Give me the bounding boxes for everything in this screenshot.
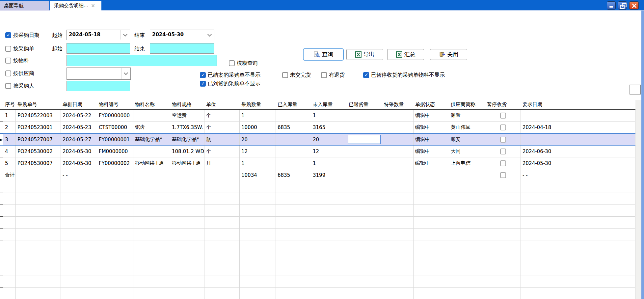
cell-seq[interactable]: 4	[3, 146, 16, 157]
po-end-input[interactable]	[150, 43, 214, 54]
chevron-down-icon[interactable]	[121, 30, 129, 40]
cell-special-qty[interactable]	[382, 146, 414, 157]
col-header-ret-qty[interactable]: 已退货量	[347, 100, 382, 109]
cell-status[interactable]: 编辑中	[414, 157, 449, 169]
cell-editor[interactable]	[348, 135, 381, 144]
hold-checkbox[interactable]	[500, 137, 506, 143]
cell-po[interactable]: PO240522003	[16, 110, 61, 122]
cell-unit[interactable]: 个	[204, 110, 240, 122]
cell-in-qty[interactable]	[276, 110, 311, 122]
col-header-item-name[interactable]: 物料名称	[133, 100, 170, 109]
cell-seq[interactable]: 2	[3, 122, 16, 133]
cell-spec[interactable]: 1.7TX6.35W.	[170, 122, 204, 133]
tab-purchase-delivery-detail[interactable]: 采购交货明细... ×	[50, 1, 101, 11]
restore-button[interactable]	[618, 1, 627, 10]
col-header-po[interactable]: 采购单号	[16, 100, 61, 109]
cell-in-qty[interactable]: 6835	[276, 122, 311, 133]
col-header-out-qty[interactable]: 未入库量	[311, 100, 347, 109]
cell-po[interactable]: PO240527007	[16, 134, 61, 145]
cell-supplier[interactable]: 黄山伟旦	[449, 122, 485, 133]
hide-hold-items-checkbox[interactable]	[363, 72, 369, 78]
by-material-checkbox[interactable]	[5, 58, 11, 64]
cell-due[interactable]: 2024-04-18	[521, 122, 557, 133]
cell-special-qty[interactable]	[382, 110, 414, 122]
col-header-special-qty[interactable]: 特采数量	[382, 100, 414, 109]
cell-ret-qty[interactable]	[347, 110, 382, 122]
undelivered-checkbox[interactable]	[282, 72, 288, 78]
cell-supplier[interactable]: 顺安	[449, 134, 485, 145]
by-purchase-order-checkbox[interactable]	[5, 46, 11, 52]
cell-item-no[interactable]: CTST00000	[97, 122, 133, 133]
cell-doc-date[interactable]: 2024-05-23	[61, 122, 97, 133]
hold-checkbox[interactable]	[500, 113, 506, 119]
cell-out-qty[interactable]: 20	[311, 134, 347, 145]
cell-po[interactable]: PO240530002	[16, 146, 61, 157]
query-button[interactable]: 查询	[303, 48, 344, 61]
cell-seq[interactable]: 3	[3, 134, 16, 145]
cell-out-qty[interactable]: 1	[311, 157, 347, 169]
col-header-seq[interactable]: 序号	[3, 100, 16, 109]
cell-unit[interactable]: 个	[204, 122, 240, 133]
by-purchase-date-checkbox[interactable]	[5, 32, 11, 38]
close-window-button[interactable]	[629, 1, 639, 10]
cell-supplier[interactable]: 渊置	[449, 110, 485, 122]
cell-status[interactable]: 编辑中	[414, 146, 449, 157]
by-buyer-checkbox[interactable]	[5, 83, 11, 89]
cell-special-qty[interactable]	[382, 134, 414, 145]
buyer-input[interactable]	[67, 81, 130, 91]
export-button[interactable]: 导出	[346, 49, 383, 60]
col-header-unit[interactable]: 单位	[204, 100, 240, 109]
cell-doc-date[interactable]: 2024-05-30	[61, 146, 97, 157]
cell-item-name[interactable]: 基础化学品*	[133, 134, 170, 145]
cell-qty[interactable]: 20	[240, 134, 276, 145]
by-supplier-checkbox[interactable]	[5, 70, 11, 76]
cell-ret-qty-editing[interactable]	[347, 134, 382, 145]
cell-item-name[interactable]: 锯齿	[133, 122, 170, 133]
cell-item-name[interactable]	[133, 146, 170, 157]
cell-out-qty[interactable]: 12	[311, 146, 347, 157]
col-header-in-qty[interactable]: 已入库量	[276, 100, 311, 109]
hold-checkbox[interactable]	[500, 149, 506, 154]
cell-out-qty[interactable]: 1	[311, 110, 347, 122]
cell-due[interactable]	[521, 110, 557, 122]
cell-unit[interactable]: 个	[204, 146, 240, 157]
material-input[interactable]	[67, 55, 217, 66]
col-header-supplier[interactable]: 供应商简称	[449, 100, 485, 109]
cell-item-no[interactable]: FY00000002	[97, 157, 133, 169]
cell-ret-qty[interactable]	[347, 157, 382, 169]
cell-item-no[interactable]: FY00000000	[97, 110, 133, 122]
cell-po[interactable]: PO240530007	[16, 157, 61, 169]
cell-special-qty[interactable]	[382, 122, 414, 133]
cell-due[interactable]: 2024-05-30	[521, 157, 557, 169]
col-header-item-no[interactable]: 物料编号	[97, 100, 133, 109]
cell-in-qty[interactable]	[276, 134, 311, 145]
cell-in-qty[interactable]	[276, 146, 311, 157]
col-header-status[interactable]: 单据状态	[414, 100, 449, 109]
cell-seq[interactable]: 5	[3, 157, 16, 169]
tab-desktop-nav[interactable]: 桌面导航	[0, 1, 49, 11]
cell-doc-date[interactable]: 2024-05-30	[61, 157, 97, 169]
col-header-spec[interactable]: 物料规格	[170, 100, 204, 109]
cell-po[interactable]: PO240523001	[16, 122, 61, 133]
cell-out-qty[interactable]: 3165	[311, 122, 347, 133]
cell-spec[interactable]: 空运费	[170, 110, 204, 122]
cell-status[interactable]: 编辑中	[414, 134, 449, 145]
cell-doc-date[interactable]: 2024-05-27	[61, 134, 97, 145]
hide-closed-po-checkbox[interactable]	[200, 72, 206, 78]
has-returns-checkbox[interactable]	[321, 72, 327, 78]
fuzzy-query-checkbox[interactable]	[229, 60, 235, 66]
tab-close-icon[interactable]: ×	[91, 3, 95, 9]
cell-due[interactable]: 2024-06-30	[521, 146, 557, 157]
cell-special-qty[interactable]	[382, 157, 414, 169]
chevron-down-icon[interactable]	[205, 30, 214, 40]
cell-unit[interactable]: 月	[204, 157, 240, 169]
cell-spec[interactable]: 基础化学品*	[170, 134, 204, 145]
minimize-button[interactable]	[607, 1, 616, 10]
col-header-doc-date[interactable]: 单据日期	[61, 100, 97, 109]
cell-seq[interactable]: 1	[3, 110, 16, 122]
hold-checkbox[interactable]	[500, 172, 506, 178]
summary-button[interactable]: 汇总	[387, 49, 424, 60]
cell-qty[interactable]: 10000	[240, 122, 276, 133]
cell-qty[interactable]: 12	[240, 146, 276, 157]
cell-due[interactable]	[521, 134, 557, 145]
